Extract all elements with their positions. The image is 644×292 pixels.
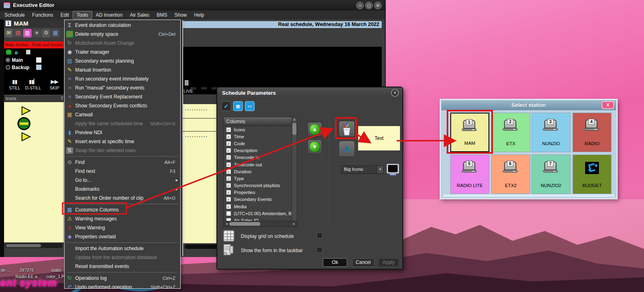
menu-item-manual-insertion[interactable]: ✎Manual Insertion <box>65 65 180 74</box>
column-row-type[interactable]: ✓Type <box>224 175 292 182</box>
transport-still[interactable]: ▮▮STILL <box>9 79 20 90</box>
scrollbar-thumb[interactable] <box>6 244 41 247</box>
menu-item-operations-log[interactable]: ↻Operations logCtrl+Z <box>65 274 180 283</box>
checkbox-checked[interactable]: ✓ <box>226 134 231 139</box>
checkbox-checked[interactable]: ✓ <box>226 127 231 132</box>
menu-item-customize-columns[interactable]: ▦Customize Columns <box>65 205 180 214</box>
menu-item-view-warning[interactable]: ⚠View Warning <box>65 223 180 232</box>
menu-item-properties-overlaid[interactable]: ◆Properties overlaid <box>65 232 180 241</box>
help-blue-icon[interactable]: ▭ <box>245 101 255 111</box>
minimize-button[interactable]: ─ <box>356 2 364 9</box>
confirm-check-icon[interactable]: ✓ <box>221 101 231 111</box>
column-row-time[interactable]: ✓Time <box>224 133 292 140</box>
station-radio[interactable]: 4RADIO <box>573 113 612 152</box>
horizontal-scrollbar[interactable] <box>5 243 63 248</box>
export-doc-icon[interactable]: ▤ <box>14 29 22 37</box>
colors-button[interactable] <box>339 121 355 137</box>
columns-icon[interactable]: ▦ <box>51 29 60 37</box>
scroll-right-icon[interactable]: ► <box>292 222 296 226</box>
menu-item-find[interactable]: ⊙FindAlt+F <box>65 158 180 167</box>
menu-show[interactable]: Show <box>171 11 190 19</box>
column-row-duration[interactable]: ✓Duration <box>224 168 292 175</box>
column-row-properties[interactable]: ✓Properties <box>224 189 292 196</box>
menu-item-delete-empty-space[interactable]: ✗Delete empty spaceCtrl+Del <box>65 30 180 39</box>
menu-item-search-for-order-number-of-clip[interactable]: Search for Order number of clipAlt+O <box>65 194 180 203</box>
column-row-description[interactable]: ✓Description <box>224 147 292 154</box>
station-radio-lite[interactable]: 5RADIO LITE <box>450 155 489 194</box>
scrollbar-thumb[interactable] <box>185 244 218 249</box>
menu-help[interactable]: Help <box>190 11 208 19</box>
radio-backup[interactable] <box>6 65 10 70</box>
chevron-down-icon[interactable]: ▼ <box>377 166 383 173</box>
menu-item-secondary-event-replacement[interactable]: ≈Secondary Event Replacement <box>65 92 180 101</box>
station-mam[interactable]: 1MAM <box>450 113 489 152</box>
checkbox-checked[interactable]: ✓ <box>226 148 231 153</box>
column-row-synchronized-playlists[interactable]: ✓Synchronized playlists <box>224 182 292 189</box>
ok-button[interactable]: Ok <box>323 258 347 267</box>
menu-item-event-duration-calculation[interactable]: ΣEvent duration calculation <box>65 21 180 30</box>
scrollbar-thumb[interactable] <box>229 222 260 226</box>
checkbox-checked[interactable]: ✓ <box>226 183 231 188</box>
checkbox-checked[interactable]: ✓ <box>226 204 231 209</box>
vertical-scrollbar[interactable]: ▲ <box>292 117 297 221</box>
checkbox-unchecked[interactable] <box>226 218 231 221</box>
station-etx[interactable]: 2ETX <box>491 113 530 152</box>
media-doc-icon[interactable]: ▥ <box>23 29 32 37</box>
show-form-checkbox[interactable] <box>317 247 322 253</box>
maximize-button[interactable]: ▢ <box>365 2 373 9</box>
gear-icon[interactable]: ⚙ <box>42 29 50 37</box>
menu-item-cartwall[interactable]: ▦Cartwall <box>65 110 180 119</box>
desktop-icon-label[interactable]: Radio-EE a... <box>15 274 41 279</box>
menu-tools[interactable]: Tools <box>73 11 92 19</box>
station-etx2[interactable]: 6ETX2 <box>491 155 530 194</box>
channel-backup[interactable]: Backup <box>6 64 41 71</box>
menu-item-bookmarks[interactable]: Bookmarks► <box>65 185 180 194</box>
menu-item-import-the-automation-schedule[interactable]: Import the Automation schedule <box>65 244 180 253</box>
menu-item-undo-performed-operation[interactable]: ↶Undo performed operationShift+Ctrl+Z <box>65 283 180 289</box>
close-button[interactable]: ✕ <box>374 2 382 9</box>
column-row-media[interactable]: ✓Media <box>224 203 292 210</box>
station-nunzio2[interactable]: 7NUNZIO2 <box>532 155 571 194</box>
checkbox-checked[interactable]: ✓ <box>226 197 231 202</box>
column-row-air-sales-id[interactable]: Air Sales ID <box>224 217 292 221</box>
menu-item-go-to[interactable]: Go to...► <box>65 176 180 185</box>
close-icon[interactable]: ✕ <box>391 89 399 97</box>
move-up-button[interactable]: ▲ <box>307 122 322 137</box>
menu-item-trailer-manager[interactable]: ◉Trailer manager <box>65 48 180 57</box>
checkbox-checked[interactable]: ✓ <box>226 162 231 167</box>
transport-d-still[interactable]: ▮▮▏D-STILL <box>25 79 41 90</box>
scroll-left-icon[interactable]: ◄ <box>225 222 228 226</box>
column-row-code[interactable]: ✓Code <box>224 140 292 147</box>
column-row-utc-01-00-amsterdam-berlinc[interactable]: (UTC+01:00) Amsterdam, Berlinc <box>224 210 292 217</box>
checkbox-checked[interactable]: ✓ <box>226 169 231 174</box>
menu-air-sales[interactable]: Air Sales <box>126 11 153 19</box>
checkbox-checked[interactable]: ✓ <box>226 155 231 160</box>
move-down-button[interactable]: ▼ <box>307 139 322 154</box>
transport-skip[interactable]: ▶▶SKIP <box>50 79 59 90</box>
menu-item-secondary-events-planning[interactable]: ▤Secondary events planning <box>65 57 180 65</box>
column-row-timecode-out[interactable]: ✓Timecode out <box>224 161 292 168</box>
desktop-icon-label[interactable]: do-... <box>1 268 11 272</box>
desktop-icon-label[interactable]: 297376 <box>19 268 34 272</box>
apply-button[interactable]: Apply <box>378 258 399 267</box>
station-nunzio[interactable]: 3NUNZIO <box>532 113 571 152</box>
doc-up-icon[interactable]: ≡ <box>32 29 41 37</box>
menu-item-insert-event-at-specific-time[interactable]: ✎Insert event at specific time <box>65 137 180 146</box>
checkbox-checked[interactable]: ✓ <box>226 190 231 195</box>
checkbox-checked[interactable]: ✓ <box>226 176 231 181</box>
menu-item-warning-messages[interactable]: ⚠Warning messages <box>65 214 180 223</box>
menu-schedule[interactable]: Schedule <box>1 11 28 19</box>
column-row-timecode-in[interactable]: ✓Timecode in <box>224 154 292 161</box>
font-button[interactable]: A <box>339 141 355 157</box>
menu-item-show-secondary-events-conflicts[interactable]: ▲Show Secondary Events conflicts <box>65 101 180 110</box>
mail-icon[interactable]: ✉ <box>4 29 13 37</box>
scrollbar-thumb[interactable] <box>292 123 296 135</box>
channel-main[interactable]: Main <box>6 57 41 63</box>
menu-bms[interactable]: BMS <box>153 11 171 19</box>
checkbox-checked[interactable]: ✓ <box>226 141 231 146</box>
menu-item-preview-ndi[interactable]: ▮Preview NDI <box>65 128 180 137</box>
scroll-up-icon[interactable]: ▲ <box>292 118 297 121</box>
menu-item-find-next[interactable]: Find nextF3 <box>65 167 180 176</box>
station-budget[interactable]: BUDGET <box>573 155 612 194</box>
icon-size-dropdown[interactable]: Big Icons ▼ <box>341 166 384 174</box>
